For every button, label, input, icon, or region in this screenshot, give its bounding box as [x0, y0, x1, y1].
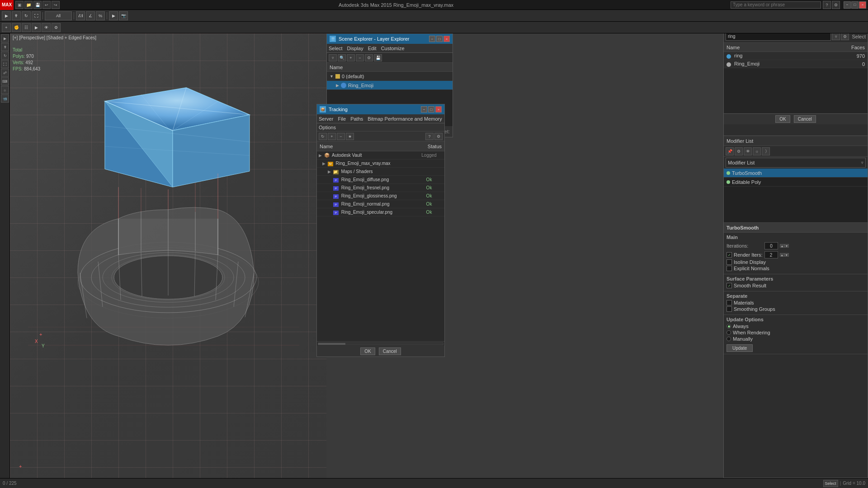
open-icon[interactable]: 📁: [24, 1, 33, 9]
at-menu-bitmap[interactable]: Bitmap Performance and Memory: [368, 116, 442, 122]
se-filter-btn[interactable]: ▿: [329, 54, 337, 61]
sfs-row-ring[interactable]: ring 970: [724, 52, 868, 60]
se-save-btn[interactable]: 💾: [374, 54, 382, 61]
materials-checkbox[interactable]: [726, 300, 732, 305]
sfs-cancel-btn[interactable]: Cancel: [794, 115, 816, 123]
asset-row-normal[interactable]: P Ring_Emoji_normal.png Ok: [317, 200, 444, 208]
iterations-input[interactable]: [764, 242, 778, 249]
modifier-turbosmooth[interactable]: TurboSmooth: [724, 169, 868, 178]
when-rendering-radio[interactable]: [726, 330, 731, 335]
maximize-btn[interactable]: □: [851, 1, 859, 9]
at-minimize[interactable]: −: [421, 106, 427, 113]
at-ok-btn[interactable]: OK: [360, 347, 375, 355]
render-iters-input[interactable]: [764, 251, 778, 258]
at-maximize[interactable]: □: [428, 106, 434, 113]
redo-icon[interactable]: ↪: [52, 1, 60, 9]
snap-toggle-btn[interactable]: ⛜: [76, 11, 85, 20]
layer-0-row[interactable]: ▼ 0 (default): [327, 72, 453, 81]
mod-light-btn[interactable]: ☼: [753, 147, 761, 155]
at-close[interactable]: ×: [435, 106, 442, 113]
iterations-down[interactable]: ▼: [784, 244, 789, 248]
at-highlight-btn[interactable]: ★: [346, 133, 354, 140]
help-icon[interactable]: ?: [823, 1, 831, 9]
display-btn[interactable]: 👁: [42, 23, 51, 32]
render-iters-checkbox[interactable]: ✓: [726, 252, 732, 258]
status-select-btn[interactable]: Select: [823, 480, 838, 487]
render-btn[interactable]: ▶: [109, 11, 118, 20]
utilities-btn[interactable]: ⚙: [52, 23, 61, 32]
asset-row-specular[interactable]: P Ring_Emoji_specular.png Ok: [317, 208, 444, 216]
render-iters-down[interactable]: ▼: [784, 253, 789, 257]
undo-icon[interactable]: ↩: [42, 1, 51, 9]
se-collapse-btn[interactable]: −: [356, 54, 364, 61]
scene-explorer-close[interactable]: ×: [443, 36, 450, 42]
asset-row-fresnel[interactable]: P Ring_Emoji_fresnel.png Ok: [317, 184, 444, 192]
quick-render-btn[interactable]: 📷: [119, 11, 128, 20]
se-options-btn[interactable]: ⚙: [365, 54, 373, 61]
save-icon[interactable]: 💾: [33, 1, 42, 9]
mod-pin-btn[interactable]: 📌: [726, 147, 734, 155]
se-expand-btn[interactable]: +: [347, 54, 355, 61]
scene-menu-display[interactable]: Display: [347, 46, 363, 51]
at-menu-paths[interactable]: Paths: [350, 116, 363, 122]
ring-emoji-row[interactable]: ▶ Ring_Emoji: [327, 81, 453, 90]
at-menu-file[interactable]: File: [338, 116, 346, 122]
smooth-result-checkbox[interactable]: ✓: [726, 283, 732, 288]
at-remove-btn[interactable]: −: [337, 133, 345, 140]
link-tool[interactable]: ☍: [1, 69, 9, 77]
select-filter-btn[interactable]: All: [45, 11, 72, 20]
asset-row-diffuse[interactable]: P Ring_Emoji_diffuse.png Ok: [317, 176, 444, 184]
mod-config-btn[interactable]: ⚙: [735, 147, 743, 155]
modifier-editable-poly[interactable]: Editable Poly: [724, 178, 868, 187]
asset-scroll-area[interactable]: ▶ 📦 Autodesk Vault Logged ▶ M Ring_Emoji…: [317, 151, 444, 341]
iterations-up[interactable]: ▲: [780, 244, 784, 248]
always-radio[interactable]: [726, 324, 731, 328]
at-cancel-btn[interactable]: Cancel: [379, 347, 401, 355]
camera-tool[interactable]: 📹: [1, 94, 9, 103]
sfs-filter-btn[interactable]: ▿: [832, 33, 840, 40]
scene-menu-edit[interactable]: Edit: [368, 46, 377, 51]
at-add-btn[interactable]: +: [328, 133, 336, 140]
motion-btn[interactable]: ▶: [32, 23, 41, 32]
move-btn[interactable]: ✟: [12, 11, 21, 20]
sfs-ok-btn[interactable]: OK: [775, 115, 790, 123]
minimize-btn[interactable]: −: [844, 1, 851, 9]
asset-row-max-file[interactable]: ▶ M Ring_Emoji_max_vray.max: [317, 160, 444, 168]
turbosmooth-header[interactable]: TurboSmooth: [724, 223, 868, 233]
smoothing-groups-checkbox[interactable]: [726, 306, 732, 312]
select-object-btn[interactable]: ▶: [2, 11, 11, 20]
isoline-checkbox[interactable]: [726, 259, 732, 265]
mod-key-btn[interactable]: 〉: [762, 147, 770, 155]
search-input[interactable]: [731, 1, 821, 9]
modify-btn[interactable]: ✊: [12, 23, 21, 32]
modifier-dropdown[interactable]: Modifier List ▿: [726, 158, 866, 168]
explicit-checkbox[interactable]: [726, 266, 732, 271]
scale-tool[interactable]: ⛶: [1, 60, 9, 68]
sfs-search-input[interactable]: [726, 33, 831, 41]
move-tool[interactable]: ✟: [1, 43, 9, 51]
update-btn[interactable]: Update: [726, 344, 753, 352]
asset-row-glossiness[interactable]: P Ring_Emoji_glossiness.png Ok: [317, 192, 444, 200]
settings-icon[interactable]: ⚙: [832, 1, 840, 9]
percent-snap-btn[interactable]: %: [96, 11, 105, 20]
new-icon[interactable]: ▣: [15, 1, 24, 9]
mod-show-btn[interactable]: 👁: [744, 147, 752, 155]
close-btn[interactable]: ×: [859, 1, 866, 9]
at-menu-server[interactable]: Server: [319, 116, 333, 122]
select-tool[interactable]: ▶: [1, 34, 9, 42]
light-tool[interactable]: ☼: [1, 86, 9, 94]
asset-row-vault[interactable]: ▶ 📦 Autodesk Vault Logged: [317, 151, 444, 160]
create-btn[interactable]: +: [2, 23, 11, 32]
at-refresh-btn[interactable]: ↻: [319, 133, 327, 140]
manually-radio[interactable]: [726, 337, 731, 341]
scale-btn[interactable]: ⛶: [32, 11, 41, 20]
unlink-tool[interactable]: ⌨: [1, 77, 9, 85]
sfs-options-btn[interactable]: ⚙: [841, 33, 849, 40]
scene-menu-select[interactable]: Select: [329, 46, 343, 51]
viewport[interactable]: [+] [Perspective] [Shaded + Edged Faces]…: [10, 33, 326, 478]
se-search-btn[interactable]: 🔍: [338, 54, 346, 61]
at-settings-btn[interactable]: ⚙: [434, 133, 443, 140]
scene-explorer-maximize[interactable]: □: [436, 36, 443, 42]
scene-menu-customize[interactable]: Customize: [381, 46, 405, 51]
rotate-btn[interactable]: ↻: [22, 11, 31, 20]
